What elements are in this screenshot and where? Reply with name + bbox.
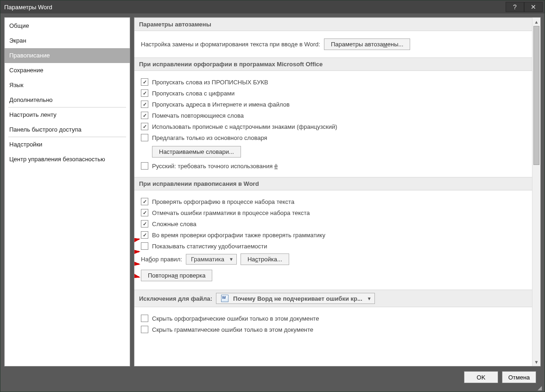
chevron-down-icon: ▼: [367, 296, 372, 301]
dialog-footer: OK Отмена ◢: [4, 367, 541, 388]
section-office-spell-header: При исправлении орфографии в программах …: [134, 57, 532, 71]
checkbox-flag-repeated[interactable]: [141, 112, 148, 119]
checkbox-check-spelling-typing[interactable]: [141, 198, 148, 205]
checkbox-hide-grammar-errors[interactable]: [141, 326, 148, 333]
scroll-up-icon[interactable]: ▲: [532, 18, 540, 26]
checkbox-main-dict-only[interactable]: [141, 134, 148, 141]
vertical-scrollbar[interactable]: ▲ ▼: [532, 18, 540, 366]
checkbox-hide-spelling-errors[interactable]: [141, 315, 148, 322]
sidebar-item-advanced[interactable]: Дополнительно: [5, 93, 130, 107]
sidebar-item-trust-center[interactable]: Центр управления безопасностью: [5, 152, 130, 167]
autocorrect-options-button[interactable]: Параметры автозамены...: [324, 38, 410, 50]
sidebar-item-quick-access[interactable]: Панель быстрого доступа: [5, 122, 130, 137]
grammar-settings-button[interactable]: Настройка...: [241, 253, 289, 265]
checkbox-complex-words[interactable]: [141, 220, 148, 228]
custom-dictionaries-button[interactable]: Настраиваемые словари...: [152, 146, 241, 158]
ruleset-combo[interactable]: Грамматика▼: [186, 254, 237, 265]
resize-grip-icon: ◢: [538, 385, 544, 391]
sidebar-item-general[interactable]: Общие: [5, 19, 130, 33]
exceptions-file-combo[interactable]: Почему Ворд не подчеркивает ошибки кр...…: [216, 293, 375, 304]
content-panel: Параметры автозамены Настройка замены и …: [134, 18, 532, 366]
checkbox-french-accents[interactable]: [141, 123, 148, 130]
section-word-spell-header: При исправлении правописания в Word: [134, 177, 532, 190]
sidebar-item-language[interactable]: Язык: [5, 78, 130, 93]
ruleset-label: Набор правил:: [141, 256, 182, 263]
sidebar-item-customize-ribbon[interactable]: Настроить ленту: [5, 107, 130, 122]
cancel-button[interactable]: Отмена: [502, 371, 536, 383]
checkbox-mark-grammar-typing[interactable]: [141, 209, 148, 216]
close-button[interactable]: ✕: [524, 2, 543, 12]
checkbox-readability-stats[interactable]: [141, 242, 148, 250]
checkbox-skip-numbers[interactable]: [141, 89, 148, 97]
word-document-icon: [221, 295, 228, 302]
checkbox-skip-uppercase[interactable]: [141, 78, 148, 86]
section-autocorrect-header: Параметры автозамены: [134, 18, 532, 31]
help-button[interactable]: ?: [506, 2, 524, 12]
chevron-down-icon: ▼: [229, 257, 234, 262]
sidebar-item-display[interactable]: Экран: [5, 33, 130, 48]
scrollbar-thumb[interactable]: [533, 26, 539, 165]
category-sidebar: Общие Экран Правописание Сохранение Язык…: [4, 17, 130, 367]
ok-button[interactable]: OK: [464, 371, 498, 383]
checkbox-skip-urls[interactable]: [141, 101, 148, 108]
window-title: Параметры Word: [4, 4, 52, 11]
autocorrect-desc: Настройка замены и форматирования текста…: [141, 41, 320, 48]
recheck-button[interactable]: Повторная проверка: [141, 270, 212, 281]
options-dialog: Параметры Word ? ✕ Общие Экран Правописа…: [0, 0, 545, 392]
sidebar-item-addins[interactable]: Надстройки: [5, 137, 130, 152]
sidebar-item-proofing[interactable]: Правописание: [5, 48, 130, 63]
checkbox-russian-yo[interactable]: [141, 162, 148, 170]
scroll-down-icon[interactable]: ▼: [532, 358, 540, 366]
titlebar: Параметры Word ? ✕: [0, 0, 545, 13]
section-exceptions-header: Исключения для файла: Почему Ворд не под…: [134, 290, 532, 307]
sidebar-item-save[interactable]: Сохранение: [5, 63, 130, 78]
checkbox-grammar-with-spelling[interactable]: [141, 231, 148, 239]
